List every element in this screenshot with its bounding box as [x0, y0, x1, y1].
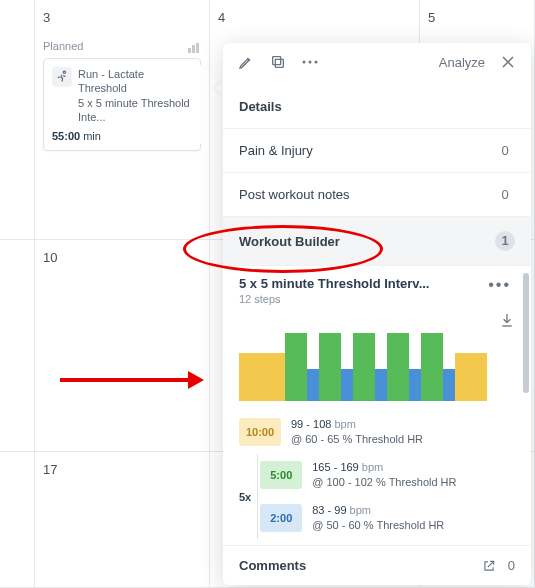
annotation-arrow-head	[188, 371, 204, 389]
day-cell[interactable]: 5	[420, 0, 534, 36]
calendar-col-0	[0, 0, 35, 588]
svg-rect-1	[275, 59, 283, 67]
repeat-count: 5x	[239, 454, 258, 540]
popover-header: Analyze	[223, 43, 531, 81]
svg-point-5	[315, 61, 318, 64]
copy-icon[interactable]	[269, 53, 287, 71]
step-rest[interactable]: 2:00 83 - 99 bpm @ 50 - 60 % Threshold H…	[260, 497, 515, 540]
step-warmup[interactable]: 10:00 99 - 108 bpm @ 60 - 65 % Threshold…	[239, 411, 515, 454]
workout-builder-body: 5 x 5 minute Threshold Interv... 12 step…	[223, 266, 531, 539]
day-cell[interactable]: 10	[35, 240, 209, 276]
calendar-col-1: 3 Planned Run - Lactate Threshold 5 x 5 …	[35, 0, 210, 588]
step-work[interactable]: 5:00 165 - 169 bpm @ 100 - 102 % Thresho…	[260, 454, 515, 497]
svg-point-3	[303, 61, 306, 64]
more-icon[interactable]	[301, 53, 319, 71]
scrollbar-thumb[interactable]	[523, 273, 529, 393]
section-pain-injury[interactable]: Pain & Injury 0	[223, 129, 531, 173]
section-comments[interactable]: Comments 0	[223, 545, 531, 585]
popover-body: Details Pain & Injury 0 Post workout not…	[223, 85, 531, 585]
annotation-arrow	[60, 378, 190, 382]
external-link-icon[interactable]	[482, 559, 496, 573]
builder-steps-count: 12 steps	[239, 293, 429, 305]
day-cell[interactable]: 4	[210, 0, 419, 36]
section-post-workout-notes[interactable]: Post workout notes 0	[223, 173, 531, 217]
close-icon[interactable]	[499, 53, 517, 71]
step-duration-pill: 2:00	[260, 504, 302, 532]
day-cell[interactable]	[0, 452, 34, 488]
step-info: 165 - 169 bpm @ 100 - 102 % Threshold HR	[312, 460, 456, 491]
svg-point-4	[309, 61, 312, 64]
popover-pointer	[215, 80, 223, 96]
bars-icon	[187, 41, 201, 51]
step-duration-pill: 5:00	[260, 461, 302, 489]
step-info: 99 - 108 bpm @ 60 - 65 % Threshold HR	[291, 417, 423, 448]
repeat-block: 5x 5:00 165 - 169 bpm @ 100 - 102 % Thre…	[239, 454, 515, 540]
workout-title: Run - Lactate Threshold 5 x 5 minute Thr…	[78, 67, 192, 124]
planned-header: Planned	[35, 36, 209, 52]
svg-point-0	[63, 71, 65, 73]
day-cell[interactable]	[0, 240, 34, 276]
workout-duration: 55:00 min	[52, 130, 192, 142]
workout-card[interactable]: Run - Lactate Threshold 5 x 5 minute Thr…	[43, 58, 201, 151]
builder-more-icon[interactable]: •••	[484, 276, 515, 294]
analyze-link[interactable]: Analyze	[439, 55, 485, 70]
day-cell[interactable]: 3	[35, 0, 209, 36]
day-cell[interactable]	[0, 0, 34, 36]
section-workout-builder[interactable]: Workout Builder 1	[223, 217, 531, 266]
step-info: 83 - 99 bpm @ 50 - 60 % Threshold HR	[312, 503, 444, 534]
download-icon[interactable]	[499, 312, 515, 328]
section-details[interactable]: Details	[223, 85, 531, 129]
steps-list: 10:00 99 - 108 bpm @ 60 - 65 % Threshold…	[239, 411, 515, 539]
builder-title: 5 x 5 minute Threshold Interv...	[239, 276, 429, 291]
workout-popover: Analyze Details Pain & Injury 0 Post wor…	[223, 43, 531, 585]
intensity-chart	[239, 333, 515, 401]
run-icon	[52, 67, 72, 87]
step-duration-pill: 10:00	[239, 418, 281, 446]
edit-icon[interactable]	[237, 53, 255, 71]
day-cell[interactable]: 17	[35, 452, 209, 488]
svg-rect-2	[273, 57, 281, 65]
planned-label-text: Planned	[43, 40, 83, 52]
